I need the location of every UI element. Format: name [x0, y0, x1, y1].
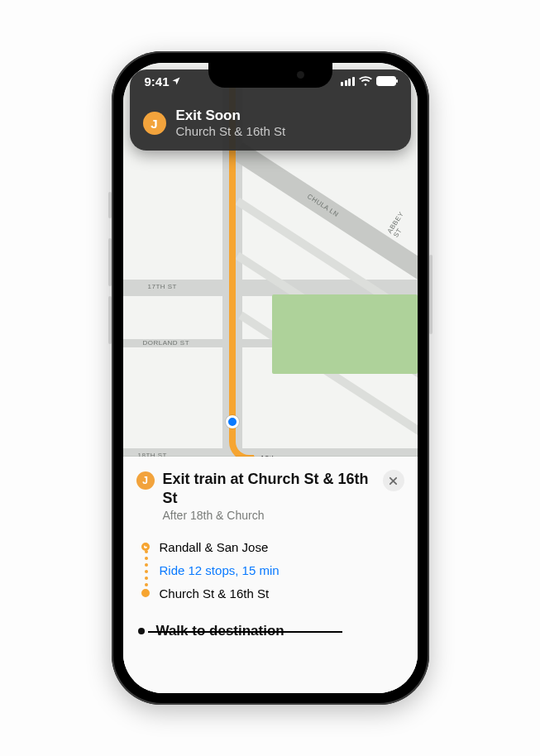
close-button[interactable]: [383, 470, 404, 491]
iphone-frame: 9:41: [112, 51, 429, 705]
volume-down-button: [108, 296, 112, 344]
ride-summary-link[interactable]: Ride 12 stops, 15 min: [160, 563, 280, 577]
side-button: [429, 255, 432, 334]
step-dest-label: Church St & 16th St: [160, 586, 270, 600]
transit-steps: Randall & San Jose Ride 12 stops, 15 min…: [141, 535, 404, 605]
step-origin-label: Randall & San Jose: [160, 540, 269, 554]
screen: 9:41: [123, 63, 418, 693]
step-title: Exit train at Church St & 16th St: [163, 470, 370, 507]
battery-icon: [376, 76, 396, 86]
walk-step: Walk to destination: [136, 623, 404, 639]
street-label: 17TH ST: [148, 283, 178, 290]
step-dest: Church St & 16th St: [141, 581, 404, 605]
step-subtitle: After 18th & Church: [163, 509, 370, 522]
status-time: 9:41: [145, 74, 170, 89]
step-origin: Randall & San Jose: [141, 535, 404, 558]
user-location-dot: [226, 415, 239, 428]
cellular-icon: [341, 77, 355, 86]
walk-bullet-icon: [138, 628, 145, 634]
park: [272, 294, 418, 374]
banner-title: Exit Soon: [176, 108, 286, 124]
notch: [208, 63, 332, 88]
volume-up-button: [108, 238, 112, 286]
street-label: DORLAND ST: [143, 339, 190, 347]
transit-line-badge: J: [143, 112, 166, 135]
close-icon: [389, 476, 398, 486]
step-ride[interactable]: Ride 12 stops, 15 min: [141, 558, 404, 581]
transit-line-badge: J: [136, 471, 155, 490]
mute-switch: [108, 192, 112, 218]
directions-sheet[interactable]: J Exit train at Church St & 16th St Afte…: [123, 457, 418, 693]
banner-subtitle: Church St & 16th St: [176, 124, 286, 139]
walk-label: Walk to destination: [156, 623, 284, 639]
location-arrow-icon: [171, 76, 181, 86]
wifi-icon: [359, 76, 372, 86]
street-label: ABBEY ST: [385, 203, 416, 238]
